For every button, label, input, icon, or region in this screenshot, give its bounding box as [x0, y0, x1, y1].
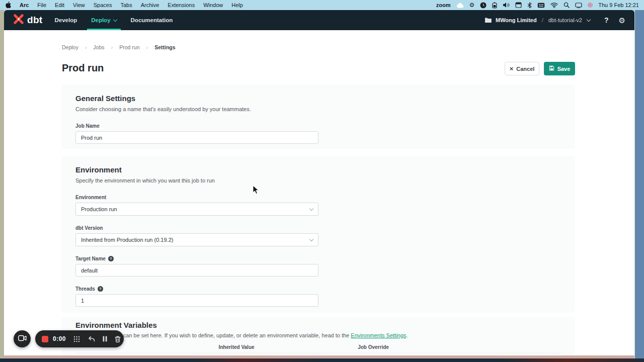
breadcrumb-separator: ›	[111, 44, 113, 50]
menubar-item-help[interactable]: Help	[231, 2, 243, 8]
menubar-item-view[interactable]: View	[73, 2, 85, 8]
menubar-item-tabs[interactable]: Tabs	[120, 2, 132, 8]
main-nav: Develop Deploy Documentation	[54, 10, 173, 30]
nav-deploy[interactable]: Deploy	[91, 10, 116, 30]
wallpaper-left-strip	[0, 10, 4, 362]
target-name-input[interactable]	[75, 264, 318, 277]
job-name-input[interactable]	[75, 131, 318, 144]
volume-icon[interactable]	[503, 2, 510, 8]
help-tooltip-icon[interactable]: ?	[98, 286, 103, 292]
general-settings-heading: General Settings	[75, 94, 561, 103]
nav-develop[interactable]: Develop	[54, 10, 77, 30]
menubar-status-zoom[interactable]: zoom	[436, 2, 451, 8]
wallpaper-right-strip	[634, 10, 644, 362]
keyboard-icon[interactable]	[537, 3, 545, 8]
gear-icon[interactable]: ⚙	[619, 17, 625, 24]
stop-recording-button[interactable]	[42, 336, 48, 342]
breadcrumb: Deploy › Jobs › Prod run › Settings	[62, 44, 176, 50]
cancel-button[interactable]: × Cancel	[505, 62, 539, 75]
mouse-cursor	[253, 185, 259, 197]
table-row	[75, 353, 561, 355]
dbt-logo[interactable]: dbt	[13, 14, 42, 27]
environment-variables-description: Job level overrides can be set here. If …	[75, 332, 561, 338]
environment-select[interactable]: Production run	[75, 203, 318, 216]
undo-icon[interactable]	[88, 336, 95, 342]
nav-documentation[interactable]: Documentation	[131, 10, 173, 30]
menubar-clock[interactable]: Thu 9 Feb 12:21	[598, 2, 639, 8]
close-icon: ×	[510, 65, 514, 72]
breadcrumb-settings: Settings	[154, 44, 175, 50]
dbt-logo-text: dbt	[27, 15, 42, 26]
dbt-app-header: dbt Develop Deploy Documentation MWong L…	[4, 10, 634, 30]
environments-settings-link[interactable]: Environments Settings	[351, 332, 406, 338]
breadcrumb-deploy[interactable]: Deploy	[62, 44, 78, 50]
help-tooltip-icon[interactable]: ?	[108, 256, 114, 261]
apple-menu-icon[interactable]	[5, 2, 11, 9]
project-name[interactable]: dbt-tutorial-v2	[548, 17, 582, 23]
battery-icon[interactable]	[492, 2, 497, 9]
camera-toggle-button[interactable]	[14, 330, 31, 347]
dbt-version-label: dbt Version	[75, 225, 561, 231]
clock-icon[interactable]	[480, 2, 487, 9]
column-job-override: Job Override	[302, 344, 445, 350]
display-icon[interactable]	[575, 3, 582, 8]
menubar-item-archive[interactable]: Archive	[141, 2, 159, 8]
general-settings-description: Consider choosing a name that's easily u…	[75, 106, 561, 112]
folder-icon	[485, 16, 492, 25]
dbt-version-select[interactable]: Inherited from Production run (0.19.2)	[75, 233, 318, 246]
environment-select-label: Environment	[75, 195, 561, 200]
save-floppy-icon	[549, 65, 554, 72]
dbt-logo-icon	[13, 14, 24, 27]
menubar-item-extensions[interactable]: Extensions	[168, 2, 195, 8]
target-name-label: Target Name ?	[75, 256, 561, 261]
breadcrumb-jobs[interactable]: Jobs	[93, 44, 104, 50]
breadcrumb-separator: ›	[85, 44, 87, 50]
environment-variables-heading: Environment Variables	[75, 321, 561, 329]
gear-icon[interactable]: ⚙	[469, 2, 475, 8]
environment-card: Environment Specify the environment in w…	[62, 156, 575, 313]
video-camera-icon	[18, 334, 27, 343]
menubar-item-window[interactable]: Window	[203, 2, 223, 8]
bluetooth-icon[interactable]	[527, 2, 532, 9]
cloud-icon[interactable]	[456, 3, 464, 8]
job-name-label: Job Name	[75, 123, 561, 129]
wifi-icon[interactable]	[550, 3, 558, 8]
chevron-down-icon	[309, 206, 313, 210]
environment-variables-card: Environment Variables Job level override…	[62, 317, 575, 355]
threads-label: Threads ?	[75, 286, 561, 292]
screen: Arc File Edit View Spaces Tabs Archive E…	[0, 0, 644, 362]
menubar-item-file[interactable]: File	[37, 2, 46, 8]
menubar-item-edit[interactable]: Edit	[55, 2, 64, 8]
account-name[interactable]: MWong Limited	[496, 17, 537, 23]
threads-input[interactable]	[75, 294, 318, 307]
drag-handle-grid-icon[interactable]	[73, 336, 80, 342]
account-project-divider: /	[542, 17, 543, 23]
macos-menubar: Arc File Edit View Spaces Tabs Archive E…	[0, 0, 644, 10]
trash-icon[interactable]	[115, 336, 121, 342]
recording-toolbar: 0:00	[35, 330, 124, 347]
search-icon[interactable]	[564, 2, 570, 8]
environment-heading: Environment	[75, 165, 561, 174]
chevron-down-icon	[309, 237, 313, 241]
environment-description: Specify the environment in which you wan…	[75, 177, 561, 184]
pause-icon[interactable]	[103, 336, 107, 342]
breadcrumb-separator: ›	[146, 44, 148, 50]
menubar-app-name[interactable]: Arc	[20, 2, 29, 8]
column-inherited-value: Inherited Value	[171, 344, 302, 350]
help-icon[interactable]: ?	[604, 16, 609, 24]
menubar-item-spaces[interactable]: Spaces	[94, 2, 112, 8]
page-title: Prod run	[62, 62, 104, 74]
chevron-down-icon[interactable]	[587, 17, 591, 21]
general-settings-card: General Settings Consider choosing a nam…	[62, 84, 575, 149]
breadcrumb-prod-run[interactable]: Prod run	[119, 44, 139, 50]
screen-recording-icon[interactable]	[588, 3, 593, 8]
environment-variables-table-header: Inherited Value Job Override	[75, 344, 561, 350]
recording-timer: 0:00	[53, 335, 66, 342]
save-button[interactable]: Save	[544, 62, 575, 75]
wallpaper-bottom-edge	[0, 358, 644, 362]
window-icon[interactable]	[515, 2, 522, 8]
chevron-down-icon	[113, 17, 117, 21]
